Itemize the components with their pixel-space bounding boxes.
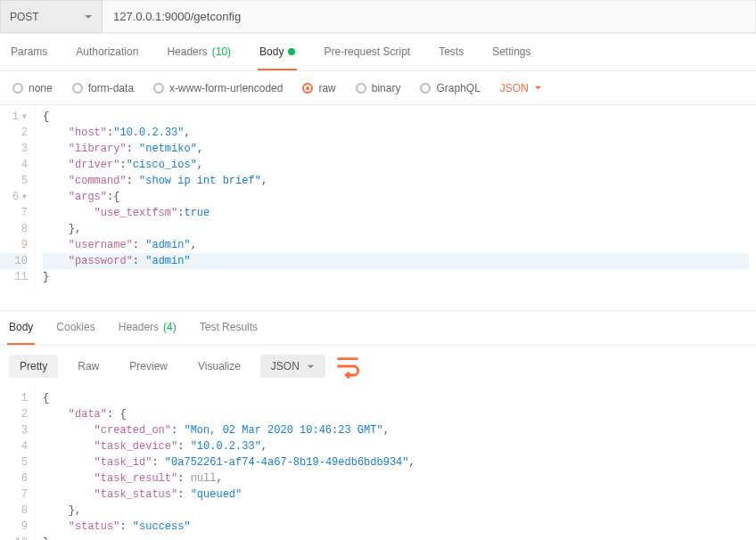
radio-binary[interactable]: binary [356,82,401,94]
request-url-input[interactable]: 127.0.0.1:9000/getconfig [103,0,756,33]
radio-graphql[interactable]: GraphQL [420,82,480,94]
raw-type-select[interactable]: JSON [500,82,542,94]
radio-none[interactable]: none [12,82,53,94]
tab-authorization[interactable]: Authorization [74,34,140,70]
line-gutter: 1 ▾23456 ▾7891011 [0,105,36,289]
chevron-down-icon [534,84,542,92]
response-type-select[interactable]: JSON [260,355,325,378]
http-method-value: POST [10,11,39,23]
dot-icon [288,48,295,55]
request-tabs: Params Authorization Headers (10) Body P… [0,34,756,71]
lowtab-cookies[interactable]: Cookies [54,311,96,345]
tab-headers[interactable]: Headers (10) [165,34,233,70]
tab-tests[interactable]: Tests [437,34,465,70]
tab-settings[interactable]: Settings [490,34,532,70]
lowtab-headers[interactable]: Headers (4) [117,311,178,345]
body-type-row: none form-data x-www-form-urlencoded raw… [0,71,756,105]
http-method-dropdown[interactable]: POST [0,0,103,33]
radio-raw[interactable]: raw [302,82,335,94]
chevron-down-icon [84,12,93,21]
code-area[interactable]: { "host":"10.0.2.33", "library": "netmik… [36,105,756,289]
tab-prerequest[interactable]: Pre-request Script [322,34,412,70]
request-url-text: 127.0.0.1:9000/getconfig [113,10,241,23]
response-tabs: Body Cookies Headers (4) Test Results [0,310,756,346]
line-gutter: 12345678910 [0,387,36,540]
wrap-icon [334,353,361,380]
response-body-viewer[interactable]: 12345678910 { "data": { "created_on": "M… [0,387,756,540]
view-visualize[interactable]: Visualize [187,355,251,378]
view-pretty[interactable]: Pretty [9,355,58,378]
lowtab-testresults[interactable]: Test Results [198,311,259,345]
url-bar: POST 127.0.0.1:9000/getconfig [0,0,756,34]
resp-headers-count: (4) [163,321,177,333]
radio-formdata[interactable]: form-data [72,82,134,94]
chevron-down-icon [307,363,315,371]
lowtab-body[interactable]: Body [7,311,35,345]
tab-body[interactable]: Body [258,34,297,70]
view-raw[interactable]: Raw [67,355,110,378]
response-view-controls: Pretty Raw Preview Visualize JSON [0,346,756,387]
headers-count: (10) [212,45,231,58]
radio-xwww[interactable]: x-www-form-urlencoded [153,82,283,94]
wrap-lines-button[interactable] [334,354,361,379]
view-preview[interactable]: Preview [119,355,178,378]
request-body-editor[interactable]: 1 ▾23456 ▾7891011 { "host":"10.0.2.33", … [0,105,756,289]
code-area: { "data": { "created_on": "Mon, 02 Mar 2… [36,387,756,540]
tab-params[interactable]: Params [9,34,49,70]
